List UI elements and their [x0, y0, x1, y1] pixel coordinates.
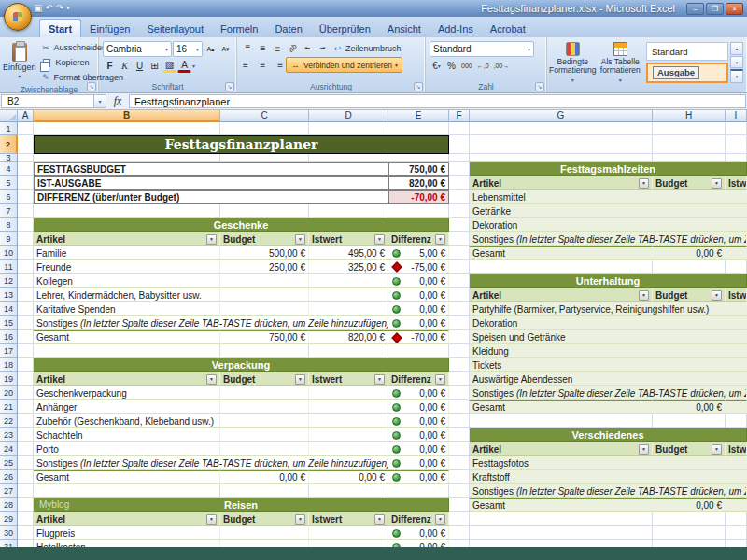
gallery-down-icon[interactable]: ▾ — [730, 56, 743, 69]
cell-G20[interactable]: Sonstiges(In letzter Spalte dieser Zeile… — [470, 386, 747, 400]
merge-center-button[interactable]: ↔ Verbinden und zentrieren ▾ — [286, 57, 402, 73]
cell-E30[interactable]: 0,00 € — [388, 526, 449, 540]
cell-B19[interactable]: Artikel▼ — [34, 372, 220, 386]
cell-A13[interactable] — [18, 288, 34, 302]
cell-F22[interactable] — [449, 414, 470, 428]
cell-I13[interactable]: Istwert — [726, 288, 747, 302]
cell-D9[interactable]: Istwert▼ — [309, 232, 388, 246]
row-header-16[interactable]: 16 — [0, 330, 18, 344]
row-header-26[interactable]: 26 — [0, 470, 18, 484]
cell-B5[interactable]: IST-AUSGABE — [34, 176, 388, 190]
cell-C9[interactable]: Budget▼ — [220, 232, 309, 246]
row-header-11[interactable]: 11 — [0, 260, 18, 274]
cell-D17[interactable] — [309, 344, 388, 358]
row-header-15[interactable]: 15 — [0, 316, 18, 330]
cell-B27[interactable] — [34, 484, 220, 498]
tab-ueberpruefen[interactable]: Überprüfen — [311, 20, 379, 37]
formula-input[interactable]: Festtagsfinanzplaner — [129, 94, 746, 108]
cell-I1[interactable] — [726, 122, 747, 135]
row-header-2[interactable]: 2 — [0, 135, 18, 154]
cell-G30[interactable] — [470, 526, 653, 540]
cell-E17[interactable] — [388, 344, 449, 358]
cell-A2[interactable] — [18, 135, 34, 154]
filter-dropdown-button[interactable]: ▼ — [374, 514, 385, 525]
cell-C24[interactable] — [220, 442, 309, 456]
align-right-button[interactable]: ≡ — [271, 58, 285, 72]
row-header-24[interactable]: 24 — [0, 442, 18, 456]
row-header-4[interactable]: 4 — [0, 162, 18, 176]
save-icon[interactable]: ▣ — [34, 3, 42, 14]
cell-B20[interactable]: Geschenkverpackung — [34, 386, 220, 400]
row-header-7[interactable]: 7 — [0, 204, 18, 218]
row-header-23[interactable]: 23 — [0, 428, 18, 442]
tab-seitenlayout[interactable]: Seitenlayout — [139, 20, 213, 37]
cell-B30[interactable]: Flugpreis — [34, 526, 220, 540]
cell-D22[interactable] — [309, 414, 388, 428]
cell-E23[interactable]: 0,00 € — [388, 428, 449, 442]
align-top-button[interactable]: ≡ — [241, 41, 255, 55]
undo-icon[interactable]: ↶ — [45, 3, 52, 14]
bold-button[interactable]: F — [103, 59, 117, 73]
cell-C14[interactable] — [220, 302, 309, 316]
cell-A27[interactable] — [18, 484, 34, 498]
paste-button[interactable]: Einfügen ▾ — [2, 39, 37, 84]
thousands-format-button[interactable]: 000 — [459, 59, 474, 73]
cell-D26[interactable]: 0,00 € — [309, 470, 388, 484]
cell-D1[interactable] — [309, 122, 388, 135]
row-header-21[interactable]: 21 — [0, 400, 18, 414]
cell-G19[interactable]: Auswärtige Abendessen — [470, 372, 747, 386]
cell-A21[interactable] — [18, 400, 34, 414]
column-header-F[interactable]: F — [449, 110, 470, 122]
cell-D29[interactable]: Istwert▼ — [309, 512, 388, 526]
cell-F11[interactable] — [449, 260, 470, 274]
cell-C22[interactable] — [220, 414, 309, 428]
font-dialog-launcher[interactable]: ↘ — [225, 82, 234, 91]
cell-G9[interactable]: Sonstiges(In letzter Spalte dieser Zeile… — [470, 232, 747, 246]
cell-E4[interactable]: 750,00 € — [388, 162, 449, 176]
cell-F9[interactable] — [449, 232, 470, 246]
cell-G7[interactable]: Getränke — [470, 204, 747, 218]
cell-A30[interactable] — [18, 526, 34, 540]
cell-B7[interactable] — [34, 204, 220, 218]
italic-button[interactable]: K — [118, 59, 132, 73]
row-header-3[interactable]: 3 — [0, 154, 18, 162]
cell-F28[interactable] — [449, 498, 470, 512]
cell-E19[interactable]: Differenz▼ — [388, 372, 449, 386]
cell-D19[interactable]: Istwert▼ — [309, 372, 388, 386]
number-dialog-launcher[interactable]: ↘ — [535, 82, 544, 91]
cell-G24[interactable]: Artikel▼ — [470, 442, 653, 456]
cell-E14[interactable]: 0,00 € — [388, 302, 449, 316]
cell-A19[interactable] — [18, 372, 34, 386]
cell-E29[interactable]: Differenz▼ — [388, 512, 449, 526]
cell-I11[interactable] — [726, 260, 747, 274]
cell-B13[interactable]: Lehrer, Kindermädchen, Babysitter usw. — [34, 288, 220, 302]
cell-F3[interactable] — [449, 154, 470, 162]
conditional-formatting-button[interactable]: Bedingte Formatierung ▾ — [549, 39, 597, 85]
cell-H21[interactable]: 0,00 € — [653, 400, 726, 414]
cell-C29[interactable]: Budget▼ — [220, 512, 309, 526]
cell-E13[interactable]: 0,00 € — [388, 288, 449, 302]
cell-F19[interactable] — [449, 372, 470, 386]
cell-B18[interactable]: Verpackung — [34, 358, 449, 372]
cell-B14[interactable]: Karitative Spenden — [34, 302, 220, 316]
cell-D21[interactable] — [309, 400, 388, 414]
tab-acrobat[interactable]: Acrobat — [482, 20, 534, 37]
cell-F17[interactable] — [449, 344, 470, 358]
cell-F29[interactable] — [449, 512, 470, 526]
cell-G6[interactable]: Lebensmittel — [470, 190, 747, 204]
cell-G3[interactable] — [470, 154, 653, 162]
cell-G22[interactable] — [470, 414, 653, 428]
cell-F21[interactable] — [449, 400, 470, 414]
cell-E15[interactable]: 0,00 € — [388, 316, 449, 330]
filter-dropdown-button[interactable]: ▼ — [712, 444, 722, 455]
cell-B25[interactable]: Sonstiges(In letzter Spalte dieser Zeile… — [34, 456, 388, 470]
cell-D11[interactable]: 325,00 € — [309, 260, 388, 274]
cell-E21[interactable]: 0,00 € — [388, 400, 449, 414]
cell-H13[interactable]: Budget▼ — [653, 288, 726, 302]
cell-C16[interactable]: 750,00 € — [220, 330, 309, 344]
cell-G1[interactable] — [470, 122, 653, 135]
cell-G26[interactable]: Kraftstoff — [470, 470, 747, 484]
cell-E3[interactable] — [388, 154, 449, 162]
row-header-25[interactable]: 25 — [0, 456, 18, 470]
cell-A7[interactable] — [18, 204, 34, 218]
